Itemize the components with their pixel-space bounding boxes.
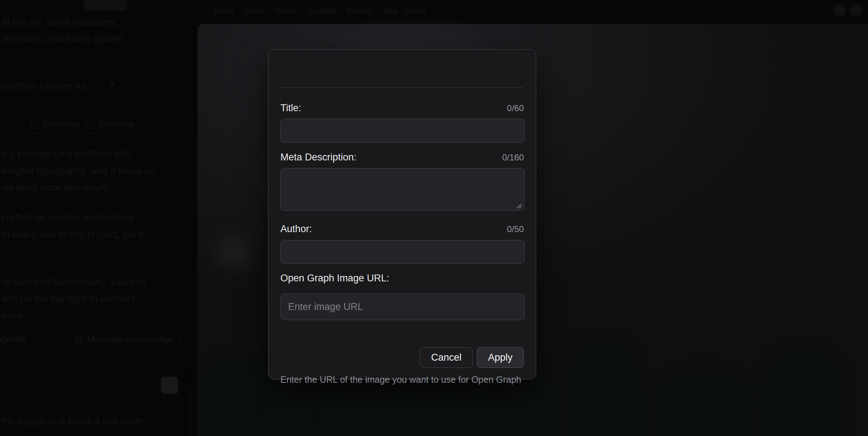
author-input[interactable] — [280, 240, 525, 264]
author-counter: 0/50 — [507, 224, 524, 234]
settings-modal: Settings Title: 0/60 Meta Description: 0… — [268, 49, 536, 380]
og-image-url-input[interactable] — [280, 294, 525, 320]
title-input[interactable] — [280, 119, 525, 143]
title-counter: 0/60 — [507, 103, 524, 113]
apply-button[interactable]: Apply — [477, 347, 524, 368]
cancel-button[interactable]: Cancel — [420, 347, 473, 368]
og-helper-text: Enter the URL of the image you want to u… — [280, 374, 521, 385]
author-label: Author: — [280, 223, 312, 235]
og-image-url-label: Open Graph Image URL: — [280, 273, 389, 284]
title-label: Title: — [280, 102, 301, 114]
app-root: al tips on, small vacations, rkspaces, a… — [0, 0, 868, 436]
modal-button-row: Cancel Apply — [420, 347, 524, 368]
meta-description-textarea[interactable] — [280, 168, 525, 211]
divider — [280, 87, 524, 88]
meta-description-counter: 0/160 — [502, 152, 524, 163]
meta-description-label: Meta Description: — [280, 152, 356, 163]
